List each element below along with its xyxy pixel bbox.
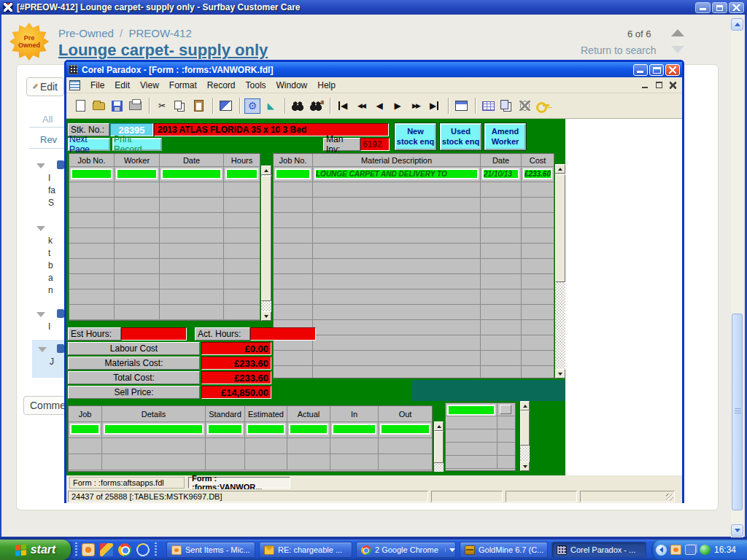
- extra-grid[interactable]: [445, 402, 516, 471]
- quicklaunch-outlook-icon[interactable]: [82, 543, 95, 556]
- used-stock-enq-button[interactable]: Used stock enq: [440, 123, 481, 150]
- record-field[interactable]: [225, 168, 258, 179]
- restore-button[interactable]: [712, 2, 727, 13]
- labour-table-scrollbar[interactable]: [261, 166, 271, 321]
- quick-report-icon[interactable]: [480, 98, 496, 114]
- scroll-up-button[interactable]: [731, 18, 743, 31]
- scroll-down-button[interactable]: [261, 311, 271, 321]
- paradox-maximize-button[interactable]: [649, 64, 664, 76]
- tray-status-icon[interactable]: [700, 545, 711, 555]
- find-replace-icon[interactable]: a: [308, 98, 324, 114]
- record-field[interactable]: [207, 424, 243, 435]
- record-field[interactable]: [275, 168, 311, 179]
- fast-rewind-icon[interactable]: ◀◀: [353, 98, 369, 114]
- record-field[interactable]: [116, 168, 158, 179]
- tab-aftsapps-form[interactable]: Form : :forms:aftsapps.fdl: [69, 477, 185, 489]
- tray-display-icon[interactable]: [685, 545, 696, 555]
- mdi-restore-button[interactable]: [653, 80, 665, 90]
- paste-icon[interactable]: [190, 98, 206, 114]
- record-field[interactable]: [70, 424, 100, 435]
- record-field[interactable]: [104, 424, 204, 435]
- last-record-icon[interactable]: ▶: [426, 98, 442, 114]
- jobs-table[interactable]: Job Details Standard Estimated Actual In…: [68, 405, 433, 472]
- menu-format[interactable]: Format: [164, 78, 202, 93]
- scrollbar-thumb[interactable]: [555, 174, 565, 282]
- edit-data-icon[interactable]: [217, 98, 233, 114]
- first-record-icon[interactable]: ◀: [335, 98, 351, 114]
- fast-forward-icon[interactable]: ▶▶: [408, 98, 424, 114]
- mdi-minimize-button[interactable]: [639, 80, 651, 90]
- edit-button[interactable]: Edit: [26, 77, 64, 96]
- menu-record[interactable]: Record: [202, 78, 241, 93]
- man-inv-field[interactable]: 6192: [360, 138, 390, 151]
- quicklaunch-ie-icon[interactable]: [136, 543, 150, 556]
- toolbar-grip[interactable]: [75, 542, 77, 557]
- scroll-up-button[interactable]: [434, 421, 444, 431]
- toolbar-grip[interactable]: [155, 542, 157, 557]
- start-button[interactable]: start: [0, 540, 71, 560]
- close-button[interactable]: [729, 2, 744, 13]
- tray-outlook-icon[interactable]: [670, 545, 681, 555]
- amend-worker-button[interactable]: Amend Worker: [484, 123, 526, 150]
- design-mode-icon[interactable]: ◣: [263, 98, 279, 114]
- record-field[interactable]: [380, 424, 430, 435]
- scroll-down-button[interactable]: [555, 369, 565, 378]
- paradox-titlebar[interactable]: Corel Paradox - [Form : :forms:VANWORK.f…: [66, 62, 682, 77]
- task-goldmine[interactable]: GoldMine 6.7 (C...: [460, 542, 548, 558]
- collapse-triangle-icon[interactable]: [38, 347, 47, 352]
- scrollbar-thumb[interactable]: [732, 314, 743, 510]
- quick-form-icon[interactable]: [453, 98, 469, 114]
- extra-grid-scrollbar[interactable]: [520, 401, 530, 471]
- scroll-up-button[interactable]: [520, 401, 530, 411]
- materials-table[interactable]: Job No. Material Description Date Cost L…: [273, 153, 554, 378]
- act-hours-field[interactable]: [250, 327, 316, 341]
- copy-page-icon[interactable]: [498, 98, 514, 114]
- labour-table[interactable]: Job No. Worker Date Hours: [69, 153, 260, 321]
- menu-tools[interactable]: Tools: [241, 78, 271, 93]
- new-stock-enq-button[interactable]: New stock enq: [395, 123, 436, 150]
- record-field[interactable]: [161, 168, 222, 179]
- copy-icon[interactable]: [172, 98, 188, 114]
- task-email[interactable]: RE: chargeable ...: [259, 542, 352, 558]
- find-icon[interactable]: [290, 98, 306, 114]
- next-page-button[interactable]: Next Page: [68, 138, 110, 151]
- minimize-button[interactable]: [695, 2, 711, 13]
- quicklaunch-chrome-icon[interactable]: [118, 543, 131, 556]
- save-icon[interactable]: [109, 98, 125, 114]
- scroll-up-button[interactable]: [261, 166, 271, 175]
- scroll-down-button[interactable]: [731, 524, 743, 537]
- menu-help[interactable]: Help: [312, 78, 341, 93]
- properties-gears-icon[interactable]: ⚙: [244, 98, 260, 114]
- task-sent-items[interactable]: Sent Items - Mic...: [166, 542, 255, 558]
- menu-file[interactable]: File: [85, 78, 109, 93]
- print-record-button[interactable]: Print Record: [112, 138, 162, 151]
- web-publish-icon[interactable]: [516, 98, 533, 114]
- page-scrollbar[interactable]: [731, 18, 743, 537]
- material-description-field[interactable]: LOUNGE CARPET AND DELIVERY TO: [314, 168, 479, 179]
- mdi-close-button[interactable]: [667, 80, 679, 90]
- scrollbar-thumb[interactable]: [434, 431, 444, 463]
- menu-edit[interactable]: Edit: [109, 78, 135, 93]
- material-cost-field[interactable]: £233.60: [523, 168, 552, 179]
- material-date-field[interactable]: 21/10/13: [482, 168, 519, 179]
- scroll-up-button[interactable]: [555, 164, 565, 174]
- expert-key-icon[interactable]: [535, 98, 551, 114]
- grid-cell-button[interactable]: [500, 405, 511, 414]
- next-record-icon[interactable]: ▶: [390, 98, 406, 114]
- quicklaunch-app-icon[interactable]: [100, 543, 113, 556]
- pager-previous-icon[interactable]: [671, 29, 684, 36]
- return-to-search-link[interactable]: Return to search: [581, 44, 657, 56]
- est-hours-field[interactable]: [121, 327, 187, 341]
- paradox-minimize-button[interactable]: [633, 64, 648, 76]
- previous-record-icon[interactable]: ◀: [371, 98, 387, 114]
- task-corel-paradox[interactable]: Corel Paradox - ...: [551, 542, 646, 558]
- comment-button[interactable]: Comme: [23, 396, 66, 415]
- collapse-triangle-icon[interactable]: [36, 312, 45, 317]
- jobs-table-scrollbar[interactable]: [434, 421, 444, 472]
- scrollbar-thumb[interactable]: [520, 411, 530, 446]
- collapse-triangle-icon[interactable]: [36, 163, 45, 168]
- record-field[interactable]: [289, 424, 328, 435]
- sidebar-tab-all[interactable]: All: [42, 114, 53, 125]
- task-chrome-group[interactable]: 2 Google Chrome: [356, 542, 456, 558]
- print-icon[interactable]: [127, 98, 143, 114]
